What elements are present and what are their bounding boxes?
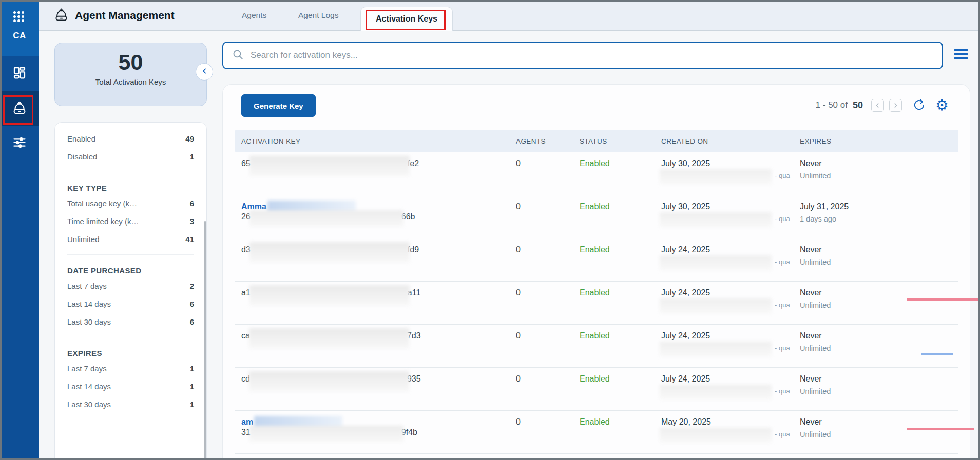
filter-groups: Enabled49Disabled1 KEY TYPE Total usage … [67, 126, 194, 419]
cell-activation-key: am 31 9f4b [241, 411, 509, 453]
activation-keys-panel: Generate Key 1 - 50 of 50 ⚙ ACTIVATION K… [222, 84, 970, 460]
filter-items: Total usage key (k…6Time limited key (k…… [67, 194, 194, 248]
created-note: - qua [775, 258, 790, 266]
cell-expires: Never Unlimited [794, 368, 958, 410]
cell-activation-key: d3 fd9 [241, 238, 509, 281]
filter-item-count: 6 [190, 199, 194, 208]
cell-expires: Never Unlimited [794, 411, 958, 453]
pagination-range: 1 - 50 of [816, 100, 848, 110]
app-window: CA [0, 0, 980, 460]
filter-item[interactable]: Last 30 days1 [67, 395, 194, 413]
created-date: July 24, 2025 [661, 245, 794, 254]
key-suffix: 9f4b [401, 428, 417, 437]
generate-key-button[interactable]: Generate Key [241, 94, 316, 117]
filter-item-count: 1 [190, 382, 194, 391]
created-note: - qua [775, 430, 790, 438]
redaction-blur [660, 428, 772, 443]
agent-icon [11, 99, 28, 118]
sidebar-item-agent-management[interactable] [0, 91, 39, 126]
filter-item-label: Last 14 days [67, 382, 111, 391]
column-header-agents[interactable]: AGENTS [509, 137, 573, 145]
refresh-icon[interactable] [911, 98, 926, 112]
collapse-panel-button[interactable] [196, 63, 213, 81]
filter-group-title: KEY TYPE [67, 184, 194, 192]
prev-page-button[interactable] [871, 99, 884, 112]
table-row[interactable]: a1 a11 0 Enabled July 24, 2025 - qua Nev… [235, 282, 958, 325]
redaction-blur [660, 212, 772, 228]
filter-group-title: DATE PURCHASED [67, 266, 194, 275]
next-page-button[interactable] [889, 99, 902, 112]
cell-activation-key: cd 935 [241, 368, 509, 410]
filter-item[interactable]: Time limited key (k…3 [67, 212, 194, 230]
column-header-created-on[interactable]: CREATED ON [655, 137, 794, 145]
filter-item[interactable]: Disabled1 [67, 148, 194, 166]
cell-created-on: July 30, 2025 - qua [655, 152, 794, 195]
filter-item-count: 6 [190, 299, 194, 308]
sidebar-item-settings[interactable] [0, 126, 39, 161]
filter-item[interactable]: Unlimited41 [67, 230, 194, 248]
cell-activation-key: ca 7d3 [241, 325, 509, 367]
filter-group: Enabled49Disabled1 [67, 126, 194, 172]
filter-item[interactable]: Total usage key (k…6 [67, 194, 194, 212]
filter-item-count: 1 [190, 152, 194, 161]
sidebar-item-dashboard[interactable] [0, 56, 39, 91]
sidebar-nav [0, 56, 39, 161]
filter-item-label: Enabled [67, 134, 95, 143]
table-body: 65 fe2 0 Enabled July 30, 2025 - qua Nev… [235, 152, 958, 454]
column-header-status[interactable]: STATUS [573, 137, 655, 145]
created-date: May 20, 2025 [661, 417, 794, 427]
column-header-activation-key[interactable]: ACTIVATION KEY [241, 137, 509, 145]
created-note: - qua [775, 215, 790, 223]
expires-main: July 31, 2025 [800, 202, 958, 211]
expires-sub: Unlimited [800, 430, 958, 438]
expires-main: Never [800, 374, 958, 384]
filter-item[interactable]: Enabled49 [67, 130, 194, 148]
pagination-total: 50 [853, 100, 863, 111]
apps-grid-icon[interactable] [13, 11, 26, 24]
filter-item-count: 1 [190, 364, 194, 373]
table-row[interactable]: ca 7d3 0 Enabled July 24, 2025 - qua Nev… [235, 325, 958, 368]
filter-item[interactable]: Last 14 days1 [67, 377, 194, 395]
filter-item-label: Last 30 days [67, 400, 111, 409]
cell-expires: Never Unlimited [794, 325, 958, 367]
filter-item-count: 3 [190, 217, 194, 226]
menu-icon[interactable] [954, 49, 968, 62]
cell-status: Enabled [573, 368, 655, 410]
cell-created-on: July 24, 2025 - qua [655, 238, 794, 281]
redaction-blur [249, 371, 409, 392]
table-row[interactable]: am 31 9f4b 0 Enabled May 20, 2025 - qua … [235, 411, 958, 454]
filter-item[interactable]: Last 7 days2 [67, 277, 194, 295]
cell-activation-key: a1 a11 [241, 282, 509, 324]
filter-scrollbar[interactable] [204, 221, 206, 460]
page-title: Agent Management [75, 9, 175, 22]
cell-agents: 0 [509, 368, 573, 410]
table-row[interactable]: Amma 26 66b 0 Enabled July 30, 2025 - qu… [235, 195, 958, 238]
filter-item-count: 49 [185, 134, 194, 143]
chevron-left-icon [201, 67, 208, 77]
table-row[interactable]: cd 935 0 Enabled July 24, 2025 - qua Nev… [235, 368, 958, 411]
filter-item[interactable]: Last 7 days1 [67, 359, 194, 377]
tab-agent-logs[interactable]: Agent Logs [298, 0, 338, 31]
cell-status: Enabled [573, 282, 655, 324]
column-header-expires[interactable]: EXPIRES [794, 137, 958, 145]
filter-items: Last 7 days2Last 14 days6Last 30 days6 [67, 277, 194, 331]
pagination: 1 - 50 of 50 ⚙ [816, 98, 949, 112]
filter-group: KEY TYPE Total usage key (k…6Time limite… [67, 172, 194, 255]
created-date: July 24, 2025 [661, 374, 794, 384]
created-note: - qua [775, 344, 790, 352]
redaction-blur [249, 210, 403, 227]
sidebar-top: CA [0, 0, 39, 56]
table-row[interactable]: d3 fd9 0 Enabled July 24, 2025 - qua Nev… [235, 238, 958, 282]
tab-agents[interactable]: Agents [242, 0, 266, 31]
redaction-blur [249, 285, 410, 306]
search-input[interactable] [251, 43, 942, 68]
filter-item-label: Last 7 days [67, 282, 107, 290]
table-row[interactable]: 65 fe2 0 Enabled July 30, 2025 - qua Nev… [235, 152, 958, 195]
filter-item[interactable]: Last 14 days6 [67, 295, 194, 313]
cell-activation-key: Amma 26 66b [241, 195, 509, 238]
redaction-blur [660, 342, 772, 357]
filter-item-count: 41 [185, 235, 194, 244]
settings-gear-icon[interactable]: ⚙ [935, 98, 949, 112]
filter-item[interactable]: Last 30 days6 [67, 313, 194, 331]
tab-activation-keys[interactable]: Activation Keys [360, 7, 453, 31]
